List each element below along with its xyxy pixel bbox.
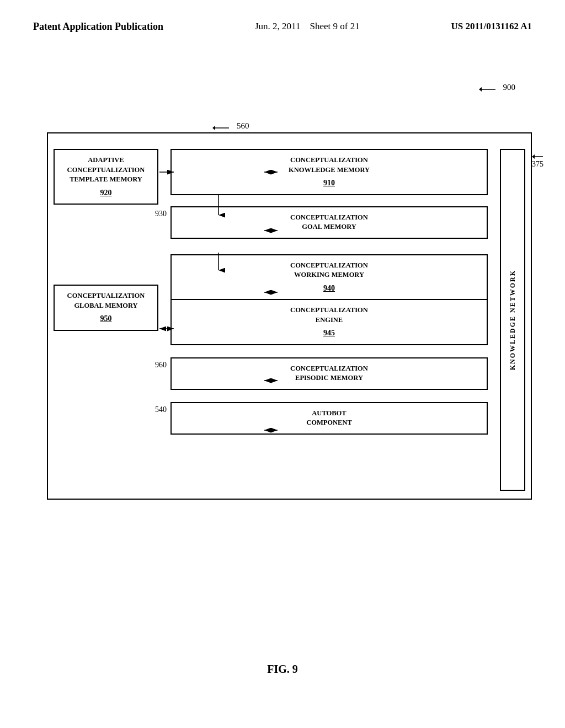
box-540: AUTOBOTCOMPONENT — [170, 402, 488, 435]
ref-960-area: 960 CONCEPTUALIZATIONEPISODIC MEMORY — [170, 357, 488, 390]
ref-540-area: 540 AUTOBOTCOMPONENT — [170, 402, 488, 435]
box-950: CONCEPTUALIZATIONGLOBAL MEMORY 950 — [54, 285, 158, 331]
box-940: CONCEPTUALIZATIONWORKING MEMORY 940 — [170, 254, 488, 301]
ref-930-area: 930 CONCEPTUALIZATIONGOAL MEMORY — [170, 206, 488, 239]
svg-marker-3 — [212, 126, 215, 130]
ref-900-label: 900 — [479, 82, 516, 93]
svg-marker-5 — [532, 154, 535, 159]
outer-box: ADAPTIVECONCEPTUALIZATIONTEMPLATE MEMORY… — [47, 132, 532, 500]
patent-number: US 2011/0131162 A1 — [451, 20, 532, 33]
ref-560-label: 560 — [212, 120, 249, 131]
box-930: CONCEPTUALIZATIONGOAL MEMORY — [170, 206, 488, 239]
middle-column: CONCEPTUALIZATIONKNOWLEDGE MEMORY 910 93… — [164, 149, 494, 491]
svg-marker-1 — [479, 87, 482, 92]
box-920: ADAPTIVECONCEPTUALIZATIONTEMPLATE MEMORY… — [54, 149, 158, 205]
knowledge-network-box: KNOWLEDGE NETWORK — [500, 149, 525, 491]
box-910: CONCEPTUALIZATIONKNOWLEDGE MEMORY 910 — [170, 149, 488, 195]
publication-label: Patent Application Publication — [33, 20, 163, 34]
left-column: ADAPTIVECONCEPTUALIZATIONTEMPLATE MEMORY… — [54, 149, 164, 491]
fig-label: FIG. 9 — [267, 663, 298, 676]
knowledge-network-label: KNOWLEDGE NETWORK — [509, 270, 517, 370]
date-sheet: Jun. 2, 2011 Sheet 9 of 21 — [255, 20, 360, 33]
working-engine-group: CONCEPTUALIZATIONWORKING MEMORY 940 CONC… — [170, 254, 488, 345]
ref-375-label: 375 — [532, 149, 548, 169]
box-960: CONCEPTUALIZATIONEPISODIC MEMORY — [170, 357, 488, 390]
page-header: Patent Application Publication Jun. 2, 2… — [0, 0, 565, 34]
box-945: CONCEPTUALIZATIONENGINE 945 — [170, 300, 488, 345]
